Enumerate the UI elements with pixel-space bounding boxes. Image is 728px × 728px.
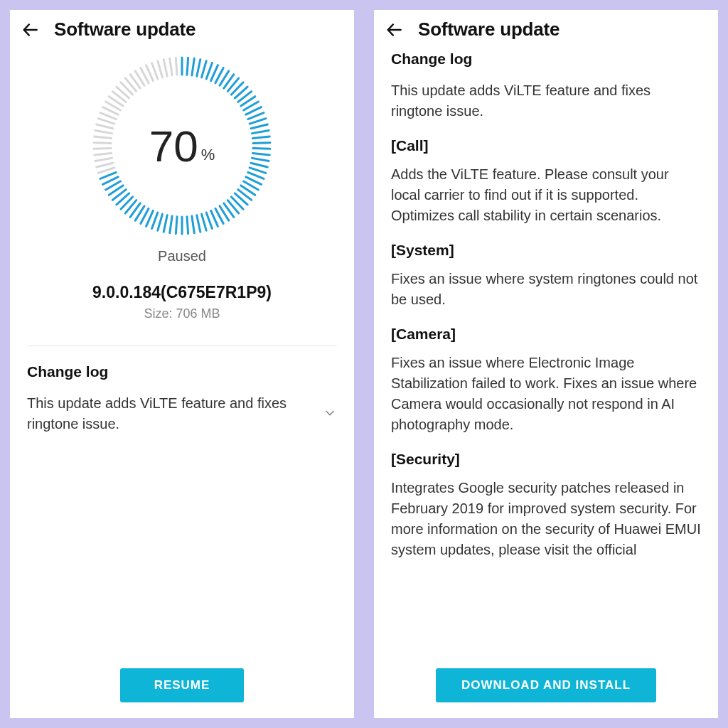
section-camera: [Camera] Fixes an issue where Electronic… [391, 326, 701, 435]
section-system: [System] Fixes an issue where system rin… [391, 242, 701, 310]
download-install-button[interactable]: DOWNLOAD AND INSTALL [436, 668, 656, 702]
changelog-heading: Change log [391, 50, 701, 68]
changelog-summary: This update adds ViLTE feature and fixes… [27, 393, 314, 434]
back-icon[interactable] [21, 21, 40, 39]
screen-software-update-changelog: Software update Change log This update a… [374, 10, 718, 718]
progress-percent: 70% [90, 53, 274, 238]
page-title: Software update [418, 18, 560, 41]
progress-section: 70% Paused 9.0.0.184(C675E7R1P9) Size: 7… [27, 53, 337, 321]
section-body: Adds the ViLTE feature. Please consult y… [391, 164, 701, 226]
back-icon[interactable] [385, 21, 404, 39]
section-call: [Call] Adds the ViLTE feature. Please co… [391, 137, 701, 226]
section-body: Fixes an issue where Electronic Image St… [391, 353, 701, 435]
topbar: Software update [374, 10, 718, 48]
action-bar: DOWNLOAD AND INSTALL [374, 657, 718, 718]
chevron-down-icon [323, 406, 337, 423]
resume-button[interactable]: RESUME [120, 668, 245, 702]
section-body: Integrates Google security patches relea… [391, 478, 701, 560]
divider [27, 346, 337, 346]
section-security: [Security] Integrates Google security pa… [391, 451, 701, 560]
progress-number: 70 [149, 121, 198, 171]
changelog-heading: Change log [27, 363, 337, 380]
size-label: Size: 706 MB [144, 306, 220, 321]
section-heading: [Security] [391, 451, 701, 468]
page-title: Software update [54, 18, 196, 41]
screen-software-update-progress: Software update 70% Paused 9.0.0.184(C67… [10, 10, 354, 718]
progress-ring: 70% [90, 53, 274, 238]
content: 70% Paused 9.0.0.184(C675E7R1P9) Size: 7… [10, 48, 354, 657]
changelog-summary-row[interactable]: This update adds ViLTE feature and fixes… [27, 393, 337, 434]
action-bar: RESUME [10, 657, 354, 718]
progress-status: Paused [158, 248, 206, 264]
section-body: Fixes an issue where system ringtones co… [391, 269, 701, 310]
changelog-summary: This update adds ViLTE feature and fixes… [391, 80, 701, 122]
percent-sign: % [201, 146, 215, 164]
section-heading: [Camera] [391, 326, 701, 343]
changelog-content[interactable]: Change log This update adds ViLTE featur… [374, 48, 718, 657]
section-heading: [Call] [391, 137, 701, 154]
topbar: Software update [10, 10, 354, 48]
version-label: 9.0.0.184(C675E7R1P9) [92, 283, 272, 302]
section-heading: [System] [391, 242, 701, 259]
